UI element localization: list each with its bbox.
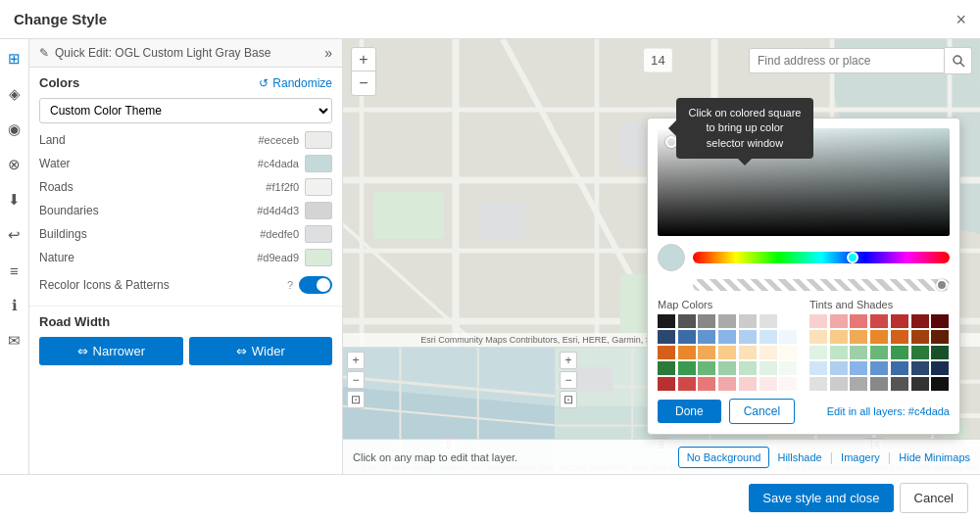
randomize-button[interactable]: ↺ Randomize: [259, 76, 332, 90]
tint-cell[interactable]: [870, 377, 888, 391]
tint-cell[interactable]: [870, 346, 888, 359]
nature-swatch[interactable]: [305, 249, 332, 266]
tint-cell[interactable]: [911, 361, 929, 375]
map-color-cell[interactable]: [739, 346, 757, 359]
map-color-cell[interactable]: [678, 377, 696, 391]
narrower-button[interactable]: ⇔ Narrower: [39, 337, 183, 365]
boundaries-swatch[interactable]: [305, 202, 332, 219]
tint-cell[interactable]: [830, 346, 848, 359]
wider-button[interactable]: ⇔ Wider: [189, 337, 333, 365]
map-color-cell[interactable]: [678, 330, 696, 344]
map-color-cell[interactable]: [760, 330, 777, 344]
tint-cell[interactable]: [931, 330, 949, 344]
mini-zoom-out-1[interactable]: −: [347, 371, 365, 389]
download-icon[interactable]: ⬇: [3, 188, 26, 212]
edit-all-layers-link[interactable]: Edit in all layers: #c4dada: [827, 405, 950, 417]
map-color-cell[interactable]: [718, 314, 736, 328]
tint-cell[interactable]: [870, 330, 888, 344]
map-color-cell[interactable]: [739, 330, 757, 344]
mini-extent-1[interactable]: ⊡: [347, 391, 365, 408]
cancel-bar-button[interactable]: Cancel: [900, 483, 968, 513]
picker-cancel-button[interactable]: Cancel: [729, 399, 795, 424]
save-style-button[interactable]: Save style and close: [749, 484, 893, 512]
tint-cell[interactable]: [891, 361, 908, 375]
map-color-cell[interactable]: [779, 330, 797, 344]
close-button[interactable]: ×: [956, 11, 966, 28]
hillshade-link[interactable]: Hillshade: [777, 451, 821, 463]
tint-cell[interactable]: [850, 361, 867, 375]
legend-icon[interactable]: ≡: [3, 259, 26, 282]
recolor-toggle[interactable]: [299, 276, 332, 294]
map-color-cell[interactable]: [698, 330, 715, 344]
map-color-cell[interactable]: [718, 330, 736, 344]
map-color-cell[interactable]: [760, 361, 777, 375]
mini-extent-2[interactable]: ⊡: [560, 391, 577, 408]
map-color-cell[interactable]: [779, 314, 797, 328]
buildings-swatch[interactable]: [305, 225, 332, 243]
map-color-cell[interactable]: [718, 377, 736, 391]
tint-cell[interactable]: [809, 346, 827, 359]
map-color-cell[interactable]: [678, 361, 696, 375]
tint-cell[interactable]: [911, 346, 929, 359]
mini-zoom-out-2[interactable]: −: [560, 371, 577, 389]
tint-cell[interactable]: [830, 361, 848, 375]
map-color-cell[interactable]: [718, 361, 736, 375]
map-area[interactable]: 14 + − Click on colored square to b: [343, 39, 980, 474]
bookmarks-icon[interactable]: ⊗: [3, 153, 26, 176]
recolor-help[interactable]: ?: [287, 279, 293, 291]
map-color-cell[interactable]: [779, 361, 797, 375]
collapse-icon[interactable]: »: [324, 45, 332, 61]
map-color-cell[interactable]: [760, 377, 777, 391]
map-color-cell[interactable]: [658, 330, 675, 344]
imagery-link[interactable]: Imagery: [841, 451, 880, 463]
map-color-cell[interactable]: [658, 361, 675, 375]
map-color-cell[interactable]: [658, 314, 675, 328]
tint-cell[interactable]: [830, 314, 848, 328]
done-button[interactable]: Done: [658, 400, 721, 423]
map-color-cell[interactable]: [779, 346, 797, 359]
query-icon[interactable]: ↩: [3, 223, 26, 247]
map-color-cell[interactable]: [760, 314, 777, 328]
map-color-cell[interactable]: [698, 361, 715, 375]
map-color-cell[interactable]: [698, 377, 715, 391]
tint-cell[interactable]: [931, 346, 949, 359]
analysis-icon[interactable]: ◉: [3, 118, 26, 141]
tint-cell[interactable]: [911, 314, 929, 328]
roads-swatch[interactable]: [305, 178, 332, 196]
search-button[interactable]: [945, 47, 972, 74]
tint-cell[interactable]: [830, 377, 848, 391]
map-color-cell[interactable]: [739, 377, 757, 391]
map-color-cell[interactable]: [678, 314, 696, 328]
tint-cell[interactable]: [850, 314, 867, 328]
map-color-cell[interactable]: [678, 346, 696, 359]
tint-cell[interactable]: [850, 330, 867, 344]
tint-cell[interactable]: [931, 314, 949, 328]
tint-cell[interactable]: [870, 314, 888, 328]
tint-cell[interactable]: [931, 377, 949, 391]
tint-cell[interactable]: [850, 346, 867, 359]
tint-cell[interactable]: [891, 377, 908, 391]
tint-cell[interactable]: [891, 314, 908, 328]
zoom-out-button[interactable]: −: [352, 71, 375, 95]
tint-cell[interactable]: [870, 361, 888, 375]
layers-icon[interactable]: ⊞: [3, 47, 26, 71]
tint-cell[interactable]: [911, 377, 929, 391]
tint-cell[interactable]: [891, 346, 908, 359]
zoom-in-button[interactable]: +: [352, 48, 375, 71]
map-color-cell[interactable]: [739, 361, 757, 375]
tint-cell[interactable]: [809, 361, 827, 375]
no-background-button[interactable]: No Background: [678, 447, 770, 468]
tint-cell[interactable]: [809, 314, 827, 328]
tint-cell[interactable]: [850, 377, 867, 391]
map-color-cell[interactable]: [739, 314, 757, 328]
mini-zoom-in-2[interactable]: +: [560, 352, 577, 369]
map-color-cell[interactable]: [779, 377, 797, 391]
map-color-cell[interactable]: [658, 377, 675, 391]
opacity-slider[interactable]: [693, 279, 950, 291]
info-icon[interactable]: ℹ: [3, 294, 26, 317]
map-color-cell[interactable]: [698, 346, 715, 359]
mini-zoom-in-1[interactable]: +: [347, 352, 365, 369]
tint-cell[interactable]: [891, 330, 908, 344]
map-color-cell[interactable]: [718, 346, 736, 359]
map-color-cell[interactable]: [760, 346, 777, 359]
